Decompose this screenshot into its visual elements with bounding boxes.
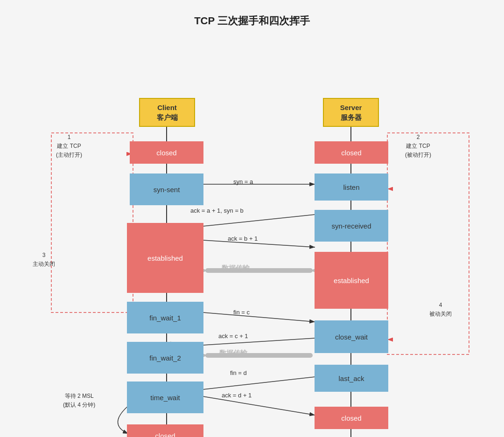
client-label-top: Client [157,103,178,112]
label-syn-ack: ack = a + 1, syn = b [190,207,244,214]
server-label-top: Server [340,103,362,112]
side-label-2: 2 建立 TCP (被动打开) [405,133,431,160]
client-closed: closed [130,141,203,164]
client-closed2: closed [127,424,203,437]
label-fin-d: fin = d [230,369,247,376]
server-close-wait: close_wait [315,320,388,353]
svg-line-17 [203,396,315,415]
side-label-1: 1 建立 TCP (主动打开) [56,133,82,160]
side-label-5: 等待 2 MSL (默认 4 分钟) [63,392,95,409]
server-established: established [315,252,388,309]
server-last-ack: last_ack [315,365,388,392]
server-label-cn: 服务器 [340,112,362,122]
server-closed: closed [315,141,388,164]
svg-rect-20 [387,133,469,354]
svg-line-13 [203,312,315,322]
svg-line-10 [203,215,315,226]
label-fin-c: fin = c [233,309,250,316]
client-fin-wait-2: fin_wait_2 [127,342,203,374]
side-label-3: 3 主动关闭 [33,251,55,269]
server-header: Server 服务器 [323,98,379,127]
client-fin-wait-1: fin_wait_1 [127,302,203,333]
server-syn-received: syn-received [315,210,388,242]
label-data2: 数据传输 [219,349,247,358]
svg-line-16 [203,377,315,389]
server-listen: listen [315,173,388,201]
label-ack: ack = b + 1 [228,235,258,242]
client-established: established [127,223,203,293]
client-time-wait: time_wait [127,382,203,413]
page-title: TCP 三次握手和四次挥手 [9,14,495,28]
label-data1: 数据传输 [222,264,250,273]
client-label-cn: 客户端 [157,112,178,122]
svg-line-11 [203,240,315,247]
side-label-4: 4 被动关闭 [429,301,452,319]
label-syn: syn = a [233,178,253,185]
diagram: Client 客户端 Server 服务器 closed syn-sent es… [9,42,495,437]
label-ack-d: ack = d + 1 [222,392,252,399]
page-container: TCP 三次握手和四次挥手 [9,9,495,437]
server-closed2: closed [315,407,388,429]
svg-rect-18 [51,133,133,312]
client-syn-sent: syn-sent [130,173,203,205]
client-header: Client 客户端 [139,98,195,127]
label-ack-c: ack = c + 1 [218,333,248,340]
